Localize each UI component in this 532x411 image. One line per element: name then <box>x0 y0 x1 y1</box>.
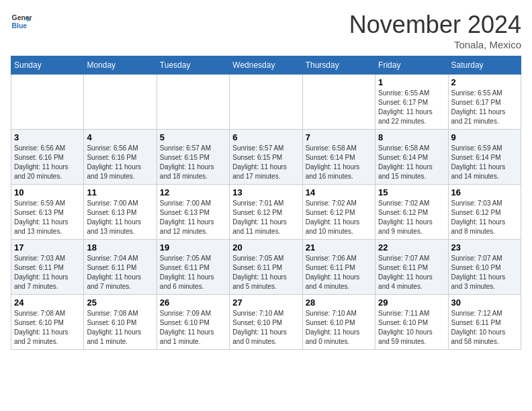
day-info: Sunrise: 7:00 AMSunset: 6:13 PMDaylight:… <box>160 199 226 236</box>
day-info: Sunrise: 6:56 AMSunset: 6:16 PMDaylight:… <box>14 144 81 181</box>
day-info: Sunrise: 7:04 AMSunset: 6:11 PMDaylight:… <box>87 254 153 291</box>
day-info: Sunrise: 6:57 AMSunset: 6:15 PMDaylight:… <box>160 144 226 181</box>
calendar-cell: 3Sunrise: 6:56 AMSunset: 6:16 PMDaylight… <box>11 130 84 185</box>
weekday-header-row: SundayMondayTuesdayWednesdayThursdayFrid… <box>11 56 521 75</box>
calendar-cell: 6Sunrise: 6:57 AMSunset: 6:15 PMDaylight… <box>230 130 302 185</box>
calendar-week-4: 17Sunrise: 7:03 AMSunset: 6:11 PMDayligh… <box>11 240 521 295</box>
calendar-cell <box>230 75 302 130</box>
day-info: Sunrise: 7:08 AMSunset: 6:10 PMDaylight:… <box>87 309 153 347</box>
day-number: 19 <box>160 242 226 253</box>
day-number: 15 <box>378 187 445 197</box>
weekday-header-tuesday: Tuesday <box>157 56 229 75</box>
weekday-header-monday: Monday <box>84 56 157 75</box>
calendar-week-1: 1Sunrise: 6:55 AMSunset: 6:17 PMDaylight… <box>11 75 521 130</box>
day-number: 24 <box>14 298 81 308</box>
day-info: Sunrise: 6:55 AMSunset: 6:17 PMDaylight:… <box>378 89 445 126</box>
day-number: 29 <box>378 298 445 308</box>
day-number: 1 <box>378 77 445 87</box>
day-info: Sunrise: 7:09 AMSunset: 6:10 PMDaylight:… <box>160 309 226 347</box>
weekday-header-saturday: Saturday <box>448 56 521 75</box>
day-info: Sunrise: 7:11 AMSunset: 6:10 PMDaylight:… <box>378 309 445 347</box>
day-info: Sunrise: 7:07 AMSunset: 6:11 PMDaylight:… <box>378 254 445 291</box>
calendar-cell: 19Sunrise: 7:05 AMSunset: 6:11 PMDayligh… <box>157 240 229 295</box>
calendar-cell: 28Sunrise: 7:10 AMSunset: 6:10 PMDayligh… <box>302 295 375 350</box>
weekday-header-thursday: Thursday <box>302 56 375 75</box>
day-info: Sunrise: 7:05 AMSunset: 6:11 PMDaylight:… <box>160 254 226 291</box>
calendar-cell: 24Sunrise: 7:08 AMSunset: 6:10 PMDayligh… <box>11 295 84 350</box>
weekday-header-wednesday: Wednesday <box>230 56 302 75</box>
day-info: Sunrise: 7:02 AMSunset: 6:12 PMDaylight:… <box>306 199 372 236</box>
day-number: 25 <box>87 298 153 308</box>
day-info: Sunrise: 6:57 AMSunset: 6:15 PMDaylight:… <box>232 144 299 181</box>
calendar-week-5: 24Sunrise: 7:08 AMSunset: 6:10 PMDayligh… <box>11 295 521 350</box>
calendar-cell <box>157 75 229 130</box>
calendar-cell: 21Sunrise: 7:06 AMSunset: 6:11 PMDayligh… <box>302 240 375 295</box>
day-info: Sunrise: 7:03 AMSunset: 6:12 PMDaylight:… <box>451 199 518 236</box>
calendar-cell: 12Sunrise: 7:00 AMSunset: 6:13 PMDayligh… <box>157 185 229 240</box>
calendar-cell: 10Sunrise: 6:59 AMSunset: 6:13 PMDayligh… <box>11 185 84 240</box>
day-info: Sunrise: 6:59 AMSunset: 6:14 PMDaylight:… <box>451 144 518 181</box>
day-number: 22 <box>378 242 445 253</box>
day-info: Sunrise: 7:00 AMSunset: 6:13 PMDaylight:… <box>87 199 153 236</box>
day-info: Sunrise: 7:03 AMSunset: 6:11 PMDaylight:… <box>14 254 81 291</box>
day-number: 13 <box>232 187 299 197</box>
calendar-cell: 14Sunrise: 7:02 AMSunset: 6:12 PMDayligh… <box>302 185 375 240</box>
title-block: November 2024 Tonala, Mexico <box>349 11 521 50</box>
weekday-header-friday: Friday <box>375 56 448 75</box>
calendar-cell: 2Sunrise: 6:55 AMSunset: 6:17 PMDaylight… <box>448 75 521 130</box>
day-info: Sunrise: 7:01 AMSunset: 6:12 PMDaylight:… <box>232 199 299 236</box>
day-number: 10 <box>14 187 81 197</box>
day-number: 26 <box>160 298 226 308</box>
location: Tonala, Mexico <box>349 39 521 50</box>
calendar-cell: 26Sunrise: 7:09 AMSunset: 6:10 PMDayligh… <box>157 295 229 350</box>
day-info: Sunrise: 6:59 AMSunset: 6:13 PMDaylight:… <box>14 199 81 236</box>
calendar-cell: 20Sunrise: 7:05 AMSunset: 6:11 PMDayligh… <box>230 240 302 295</box>
day-number: 5 <box>160 132 226 142</box>
day-info: Sunrise: 7:08 AMSunset: 6:10 PMDaylight:… <box>14 309 81 347</box>
svg-text:Blue: Blue <box>12 22 28 30</box>
calendar-cell: 11Sunrise: 7:00 AMSunset: 6:13 PMDayligh… <box>84 185 157 240</box>
calendar-cell <box>84 75 157 130</box>
calendar-cell: 15Sunrise: 7:02 AMSunset: 6:12 PMDayligh… <box>375 185 448 240</box>
calendar-cell <box>11 75 84 130</box>
day-number: 4 <box>87 132 153 142</box>
weekday-header-sunday: Sunday <box>11 56 84 75</box>
logo-icon: General Blue <box>11 11 32 32</box>
calendar-cell <box>302 75 375 130</box>
day-info: Sunrise: 7:07 AMSunset: 6:10 PMDaylight:… <box>451 254 518 291</box>
day-info: Sunrise: 6:56 AMSunset: 6:16 PMDaylight:… <box>87 144 153 181</box>
logo: General Blue <box>11 11 32 32</box>
day-info: Sunrise: 6:55 AMSunset: 6:17 PMDaylight:… <box>451 89 518 126</box>
calendar-cell: 27Sunrise: 7:10 AMSunset: 6:10 PMDayligh… <box>230 295 302 350</box>
calendar-cell: 29Sunrise: 7:11 AMSunset: 6:10 PMDayligh… <box>375 295 448 350</box>
calendar-cell: 22Sunrise: 7:07 AMSunset: 6:11 PMDayligh… <box>375 240 448 295</box>
day-number: 28 <box>306 298 372 308</box>
calendar-cell: 4Sunrise: 6:56 AMSunset: 6:16 PMDaylight… <box>84 130 157 185</box>
day-number: 16 <box>451 187 518 197</box>
day-number: 3 <box>14 132 81 142</box>
calendar-cell: 23Sunrise: 7:07 AMSunset: 6:10 PMDayligh… <box>448 240 521 295</box>
day-number: 12 <box>160 187 226 197</box>
day-info: Sunrise: 6:58 AMSunset: 6:14 PMDaylight:… <box>378 144 445 181</box>
calendar-cell: 8Sunrise: 6:58 AMSunset: 6:14 PMDaylight… <box>375 130 448 185</box>
month-title: November 2024 <box>349 11 521 39</box>
day-number: 7 <box>306 132 372 142</box>
day-info: Sunrise: 7:05 AMSunset: 6:11 PMDaylight:… <box>232 254 299 291</box>
day-number: 30 <box>451 298 518 308</box>
day-number: 17 <box>14 242 81 253</box>
calendar-cell: 18Sunrise: 7:04 AMSunset: 6:11 PMDayligh… <box>84 240 157 295</box>
day-number: 2 <box>451 77 518 87</box>
day-info: Sunrise: 7:10 AMSunset: 6:10 PMDaylight:… <box>232 309 299 347</box>
calendar-cell: 17Sunrise: 7:03 AMSunset: 6:11 PMDayligh… <box>11 240 84 295</box>
calendar-table: SundayMondayTuesdayWednesdayThursdayFrid… <box>11 56 521 350</box>
day-number: 21 <box>306 242 372 253</box>
day-info: Sunrise: 6:58 AMSunset: 6:14 PMDaylight:… <box>306 144 372 181</box>
calendar-cell: 1Sunrise: 6:55 AMSunset: 6:17 PMDaylight… <box>375 75 448 130</box>
day-info: Sunrise: 7:02 AMSunset: 6:12 PMDaylight:… <box>378 199 445 236</box>
day-info: Sunrise: 7:06 AMSunset: 6:11 PMDaylight:… <box>306 254 372 291</box>
day-number: 23 <box>451 242 518 253</box>
day-info: Sunrise: 7:12 AMSunset: 6:11 PMDaylight:… <box>451 309 518 347</box>
day-number: 18 <box>87 242 153 253</box>
day-number: 11 <box>87 187 153 197</box>
day-info: Sunrise: 7:10 AMSunset: 6:10 PMDaylight:… <box>306 309 372 347</box>
